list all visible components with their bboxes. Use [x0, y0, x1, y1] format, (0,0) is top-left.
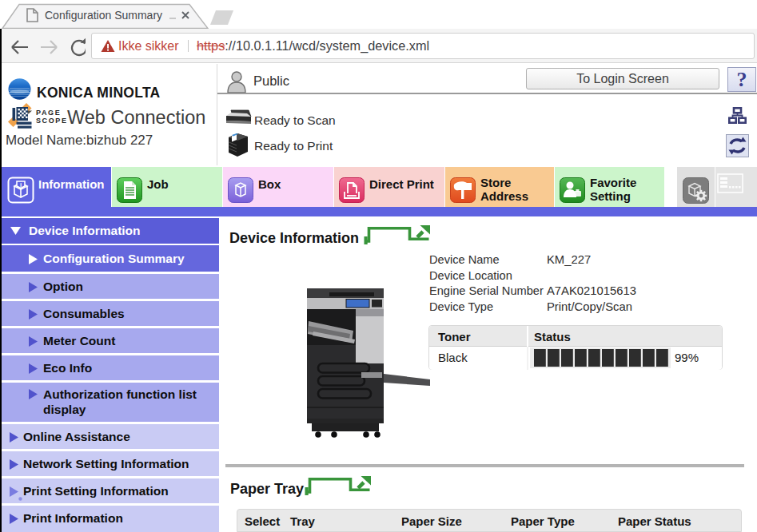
- svg-text:i: i: [20, 181, 22, 189]
